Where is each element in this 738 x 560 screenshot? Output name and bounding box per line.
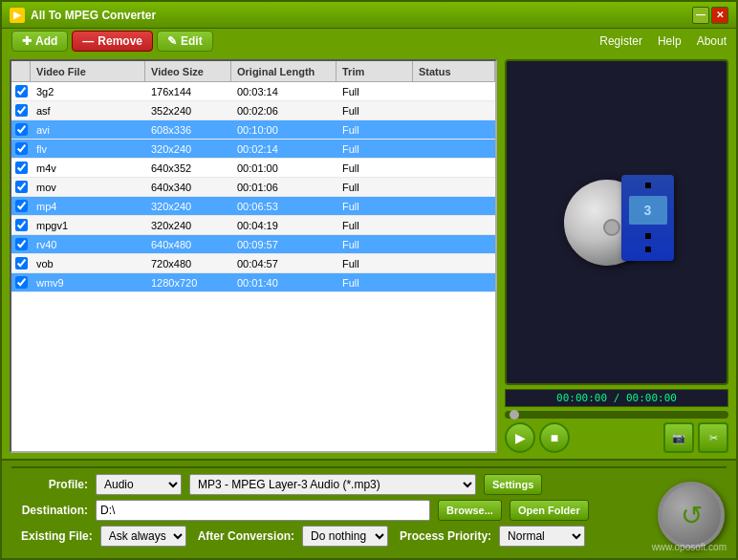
profile-select[interactable]: AudioVideoCustom: [96, 474, 182, 495]
row-checkbox[interactable]: [11, 219, 31, 231]
register-link[interactable]: Register: [599, 34, 642, 48]
preview-disc: 3: [559, 175, 674, 270]
priority-select[interactable]: NormalHighLowIdle: [499, 526, 585, 547]
open-folder-button[interactable]: Open Folder: [510, 500, 589, 521]
row-checkbox[interactable]: [11, 276, 31, 289]
row-checkbox[interactable]: [11, 104, 31, 117]
screenshot-button[interactable]: 📷: [663, 422, 694, 453]
browse-button[interactable]: Browse...: [438, 500, 502, 521]
minimize-button[interactable]: —: [692, 7, 709, 24]
row-checkbox[interactable]: [11, 123, 31, 136]
table-row[interactable]: mpgv1 320x240 00:04:19 Full: [11, 216, 495, 235]
add-icon: ✚: [22, 34, 32, 48]
add-button[interactable]: ✚ Add: [11, 31, 68, 52]
row-file: rv40: [31, 239, 145, 250]
destination-label: Destination:: [21, 504, 88, 517]
profile-label: Profile:: [21, 478, 88, 491]
help-link[interactable]: Help: [658, 34, 682, 48]
file-list-body: 3g2 176x144 00:03:14 Full asf 352x240 00…: [11, 82, 495, 451]
format-select[interactable]: MP3 - MPEG Layer-3 Audio (*.mp3)AAC Audi…: [189, 474, 476, 495]
menu-right: Register Help About: [599, 34, 727, 48]
row-trim: Full: [336, 182, 413, 193]
row-length: 00:02:14: [231, 143, 336, 155]
col-header-length: Original Length: [231, 61, 336, 81]
row-checkbox[interactable]: [11, 142, 31, 155]
row-size: 640x340: [145, 182, 231, 193]
seek-bar[interactable]: [505, 411, 728, 419]
table-row[interactable]: 3g2 176x144 00:03:14 Full: [11, 82, 495, 101]
row-length: 00:04:57: [231, 258, 336, 269]
after-label: After Conversion:: [194, 529, 294, 543]
row-length: 00:02:06: [231, 105, 336, 117]
row-trim: Full: [336, 124, 413, 136]
table-row[interactable]: vob 720x480 00:04:57 Full: [11, 254, 495, 273]
table-row[interactable]: mp4 320x240 00:06:53 Full: [11, 197, 495, 216]
remove-button[interactable]: — Remove: [72, 31, 153, 52]
play-button[interactable]: ▶: [505, 422, 535, 453]
row-length: 00:09:57: [231, 239, 336, 250]
film-frame: 3: [629, 196, 667, 225]
row-checkbox[interactable]: [11, 162, 31, 174]
row-trim: Full: [336, 239, 413, 250]
title-bar-left: ▶ All To MPEG Converter: [10, 8, 156, 23]
row-size: 720x480: [145, 258, 231, 269]
preview-panel: 3 00:00:00 / 00:00:00 ▶ ■ 📷 ✂: [505, 59, 728, 453]
row-size: 640x480: [145, 239, 231, 250]
existing-label: Existing File:: [21, 529, 93, 543]
window-title: All To MPEG Converter: [31, 9, 156, 22]
preview-screen: 3: [505, 59, 728, 385]
about-link[interactable]: About: [697, 34, 727, 48]
edit-button[interactable]: ✎ Edit: [157, 31, 213, 52]
after-select[interactable]: Do nothingShut downHibernateExit: [302, 526, 388, 547]
table-row[interactable]: avi 608x336 00:10:00 Full: [11, 120, 495, 140]
existing-select[interactable]: Ask alwaysOverwriteSkipRename: [100, 526, 186, 547]
priority-label: Process Priority:: [396, 529, 491, 543]
col-header-status: Status: [413, 61, 495, 81]
row-checkbox[interactable]: [11, 85, 31, 97]
table-row[interactable]: flv 320x240 00:02:14 Full: [11, 140, 495, 159]
disc-center: [603, 219, 620, 236]
bottom-bar: Profile: AudioVideoCustom MP3 - MPEG Lay…: [11, 466, 727, 552]
player-right: 📷 ✂: [663, 422, 728, 453]
row-file: avi: [31, 124, 145, 136]
film-hole-2: [645, 233, 651, 239]
row-checkbox[interactable]: [11, 181, 31, 193]
film-number: 3: [644, 203, 652, 218]
clip-button[interactable]: ✂: [698, 422, 728, 453]
row-length: 00:03:14: [231, 86, 336, 97]
main-content: Video File Video Size Original Length Tr…: [2, 54, 736, 459]
title-bar: ▶ All To MPEG Converter — ✕: [2, 2, 736, 29]
row-file: mp4: [31, 201, 145, 212]
player-left: ▶ ■: [505, 422, 570, 453]
row-length: 00:06:53: [231, 201, 336, 212]
main-window: ▶ All To MPEG Converter — ✕ ✚ Add — Remo…: [0, 0, 738, 560]
destination-row: Destination: Browse... Open Folder: [21, 500, 717, 521]
table-row[interactable]: wmv9 1280x720 00:01:40 Full: [11, 273, 495, 292]
table-row[interactable]: m4v 640x352 00:01:00 Full: [11, 159, 495, 178]
row-checkbox[interactable]: [11, 257, 31, 269]
row-checkbox[interactable]: [11, 238, 31, 250]
col-header-check: [11, 61, 31, 81]
convert-button[interactable]: ↺: [658, 482, 725, 549]
film-hole-3: [645, 247, 651, 252]
row-length: 00:04:19: [231, 220, 336, 231]
table-row[interactable]: mov 640x340 00:01:06 Full: [11, 178, 495, 197]
menu-bar: ✚ Add — Remove ✎ Edit Register Help Abou…: [2, 29, 736, 54]
stop-button[interactable]: ■: [539, 422, 570, 453]
add-label: Add: [35, 34, 57, 48]
player-controls: ▶ ■ 📷 ✂: [505, 422, 728, 453]
seek-thumb[interactable]: [510, 410, 519, 420]
row-checkbox[interactable]: [11, 200, 31, 212]
convert-btn-wrap: ↺: [658, 482, 725, 549]
remove-icon: —: [82, 34, 94, 48]
row-length: 00:10:00: [231, 124, 336, 136]
table-row[interactable]: asf 352x240 00:02:06 Full: [11, 101, 495, 120]
row-trim: Full: [336, 220, 413, 231]
destination-input[interactable]: [96, 500, 430, 521]
col-header-size: Video Size: [145, 61, 231, 81]
table-row[interactable]: rv40 640x480 00:09:57 Full: [11, 235, 495, 254]
settings-button[interactable]: Settings: [484, 474, 542, 495]
close-button[interactable]: ✕: [711, 7, 728, 24]
row-size: 320x240: [145, 220, 231, 231]
row-trim: Full: [336, 258, 413, 269]
